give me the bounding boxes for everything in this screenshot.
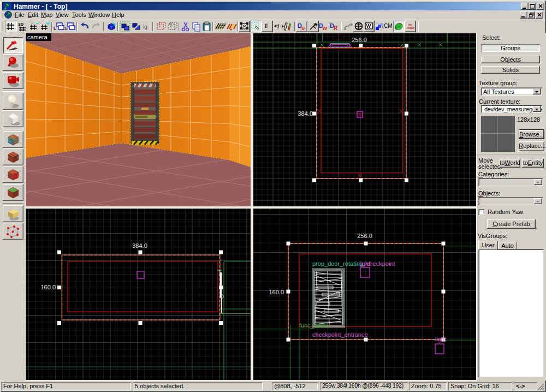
svg-text:384.0: 384.0 xyxy=(132,242,147,249)
svg-text:ig: ig xyxy=(143,24,147,30)
svg-text:camera: camera xyxy=(27,34,48,40)
svg-text:L: L xyxy=(54,26,56,31)
svg-text:160.0: 160.0 xyxy=(40,284,56,290)
svg-text:light: light xyxy=(435,336,446,342)
svg-text:w: w xyxy=(322,25,327,31)
svg-text:384.0: 384.0 xyxy=(298,110,313,117)
svg-text:R: R xyxy=(334,25,338,31)
svg-text:160.0: 160.0 xyxy=(269,289,284,295)
svg-text:checkpoint_entrance: checkpoint_entrance xyxy=(312,331,368,338)
svg-text:256.0: 256.0 xyxy=(352,37,367,43)
svg-text:256.0: 256.0 xyxy=(357,233,372,239)
svg-text:checkpoint: checkpoint xyxy=(366,260,395,267)
svg-text:prop_door_rotating: prop_door_rotating xyxy=(312,260,363,267)
svg-text:tl: tl xyxy=(276,23,279,29)
svg-text:o: o xyxy=(301,25,305,31)
svg-text:3D: 3D xyxy=(18,22,23,27)
svg-text:S: S xyxy=(64,26,68,31)
svg-text:draw: draw xyxy=(407,26,414,29)
svg-text:func_detail: func_detail xyxy=(299,322,328,329)
